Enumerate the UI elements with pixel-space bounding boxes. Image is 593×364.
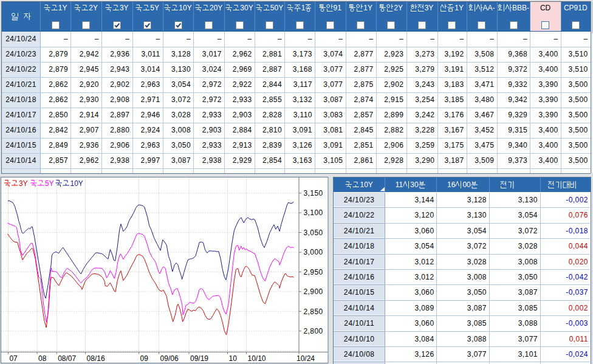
- svg-text:09/06: 09/06: [160, 354, 179, 362]
- svg-text:3,100: 3,100: [304, 208, 323, 217]
- svg-text:3Y: 3Y: [19, 179, 28, 188]
- svg-text:09: 09: [140, 354, 149, 362]
- svg-text:5Y: 5Y: [45, 179, 54, 188]
- svg-text:10/24: 10/24: [296, 354, 315, 362]
- svg-text:08/16: 08/16: [87, 354, 105, 362]
- svg-text:10/10: 10/10: [248, 354, 266, 362]
- svg-text:08: 08: [38, 354, 47, 362]
- svg-text:08/07: 08/07: [58, 354, 76, 362]
- svg-text:10: 10: [229, 354, 238, 362]
- svg-text:07: 07: [9, 354, 18, 362]
- svg-text:2,800: 2,800: [304, 327, 323, 335]
- svg-text:3,150: 3,150: [304, 189, 323, 197]
- svg-text:09/19: 09/19: [190, 354, 208, 362]
- svg-text:2,900: 2,900: [304, 287, 323, 296]
- svg-text:10Y: 10Y: [70, 179, 83, 188]
- svg-text:2,950: 2,950: [304, 267, 323, 276]
- svg-text:2,850: 2,850: [304, 307, 323, 315]
- svg-text:3,000: 3,000: [304, 248, 323, 256]
- svg-text:3,050: 3,050: [304, 228, 323, 236]
